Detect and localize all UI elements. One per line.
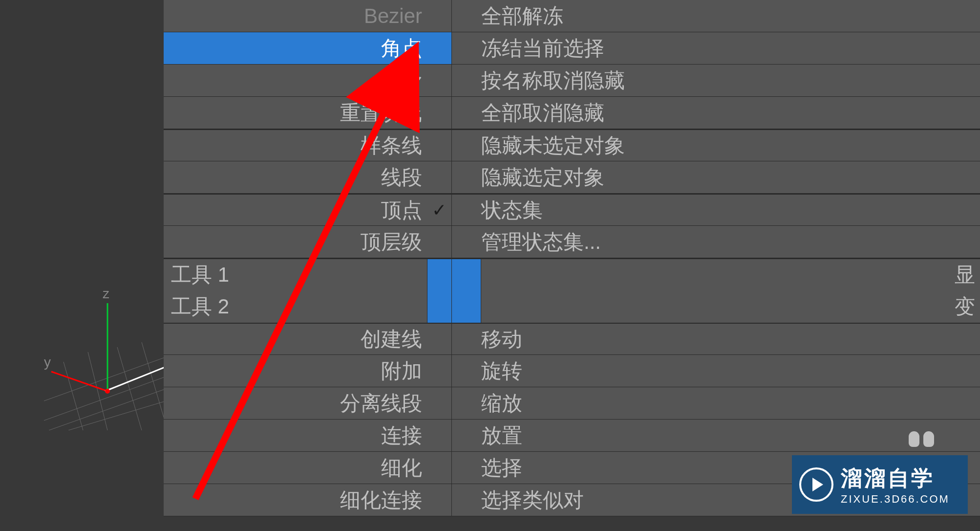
z-axis-label: z	[103, 286, 109, 301]
menu-label: 状态集	[481, 197, 543, 224]
y-axis-label: y	[44, 354, 51, 370]
menu-item-hide-selected[interactable]: 隐藏选定对象	[452, 161, 980, 193]
tool-header-2[interactable]: 工具 2	[164, 290, 427, 323]
menu-item-refine[interactable]: 细化	[164, 452, 452, 484]
tool-right-label: 显	[955, 261, 975, 288]
axis-gizmo: z y	[44, 284, 166, 430]
tool-header-1[interactable]: 工具 1	[164, 259, 427, 290]
menu-label: 隐藏选定对象	[481, 164, 604, 191]
svg-line-4	[64, 362, 83, 430]
svg-line-5	[88, 352, 107, 430]
menu-item-scale[interactable]: 缩放	[452, 387, 980, 419]
menu-label: 全部取消隐藏	[481, 99, 604, 127]
menu-label: 选择	[481, 454, 522, 482]
menu-label: 按名称取消隐藏	[481, 67, 625, 94]
svg-point-11	[105, 389, 110, 394]
tool-right-1[interactable]: 显	[481, 259, 980, 290]
tool-right-label: 变	[955, 293, 975, 320]
menu-label: 旋转	[481, 357, 522, 385]
menu-label: 移动	[481, 326, 522, 353]
cursor-icon	[907, 431, 936, 453]
tool-marker[interactable]	[427, 290, 452, 323]
menu-item-corner[interactable]: 角点	[164, 32, 452, 64]
menu-item-smooth[interactable]: 平滑	[164, 65, 452, 96]
menu-label: 放置	[481, 422, 522, 449]
menu-item-freeze-selection[interactable]: 冻结当前选择	[452, 32, 980, 64]
menu-item-move[interactable]: 移动	[452, 324, 980, 354]
menu-label: 管理状态集...	[481, 228, 601, 256]
menu-item-unhide-all[interactable]: 全部取消隐藏	[452, 97, 980, 129]
menu-label: 细化连接	[340, 487, 422, 514]
tool-right-2[interactable]: 变	[481, 290, 980, 323]
menu-item-reset-tangent[interactable]: 重置切线	[164, 97, 452, 129]
svg-line-1	[44, 376, 166, 420]
menu-label: 线段	[381, 164, 422, 191]
svg-line-6	[117, 347, 142, 430]
play-icon	[799, 467, 833, 502]
menu-label: 全部解冻	[481, 2, 563, 30]
menu-label: 创建线	[361, 326, 422, 353]
menu-item-detach-segment[interactable]: 分离线段	[164, 387, 452, 419]
menu-item-manage-state-sets[interactable]: 管理状态集...	[452, 226, 980, 258]
menu-item-connect[interactable]: 连接	[164, 420, 452, 451]
viewport-area[interactable]: z y	[0, 0, 164, 531]
menu-item-place[interactable]: 放置	[452, 420, 980, 451]
menu-label: 平滑	[381, 67, 422, 94]
menu-label: Bezier	[364, 4, 422, 28]
menu-item-state-sets[interactable]: 状态集	[452, 195, 980, 225]
menu-label: 缩放	[481, 390, 522, 417]
menu-item-refine-connect[interactable]: 细化连接	[164, 484, 452, 516]
menu-item-segment[interactable]: 线段	[164, 161, 452, 193]
menu-label: 顶点	[381, 197, 422, 224]
menu-item-vertex[interactable]: 顶点 ✓	[164, 195, 452, 225]
tool-marker[interactable]	[427, 259, 452, 290]
menu-label: 分离线段	[340, 390, 422, 417]
menu-item-top-level[interactable]: 顶层级	[164, 226, 452, 258]
svg-line-3	[68, 401, 166, 430]
menu-item-bezier[interactable]: Bezier	[164, 0, 452, 32]
tool-label: 工具 1	[171, 261, 229, 288]
menu-item-unfreeze-all[interactable]: 全部解冻	[452, 0, 980, 32]
menu-label: 冻结当前选择	[481, 35, 604, 62]
svg-line-2	[49, 389, 166, 430]
checkmark-icon: ✓	[432, 200, 447, 221]
menu-label: 附加	[381, 357, 422, 385]
menu-item-create-line[interactable]: 创建线	[164, 324, 452, 354]
menu-item-rotate[interactable]: 旋转	[452, 355, 980, 387]
menu-label: 角点	[381, 35, 422, 62]
menu-label: 顶层级	[361, 228, 422, 256]
watermark-url: ZIXUE.3D66.COM	[841, 493, 950, 506]
menu-label: 连接	[381, 422, 422, 449]
menu-label: 样条线	[361, 132, 422, 159]
menu-label: 隐藏未选定对象	[481, 132, 625, 159]
menu-item-hide-unselected[interactable]: 隐藏未选定对象	[452, 130, 980, 161]
context-menu: Bezier 全部解冻 角点 冻结当前选择 平滑 按名称取消隐藏 重置切线 全部…	[164, 0, 980, 531]
menu-item-attach[interactable]: 附加	[164, 355, 452, 387]
menu-item-spline[interactable]: 样条线	[164, 130, 452, 161]
watermark-title: 溜溜自学	[841, 464, 950, 493]
menu-item-unhide-by-name[interactable]: 按名称取消隐藏	[452, 65, 980, 96]
menu-label: 选择类似对	[481, 487, 584, 514]
tool-marker[interactable]	[452, 259, 481, 290]
menu-label: 重置切线	[340, 99, 422, 127]
menu-label: 细化	[381, 454, 422, 482]
tool-marker[interactable]	[452, 290, 481, 323]
watermark-badge: 溜溜自学 ZIXUE.3D66.COM	[792, 455, 968, 514]
tool-label: 工具 2	[171, 293, 229, 320]
